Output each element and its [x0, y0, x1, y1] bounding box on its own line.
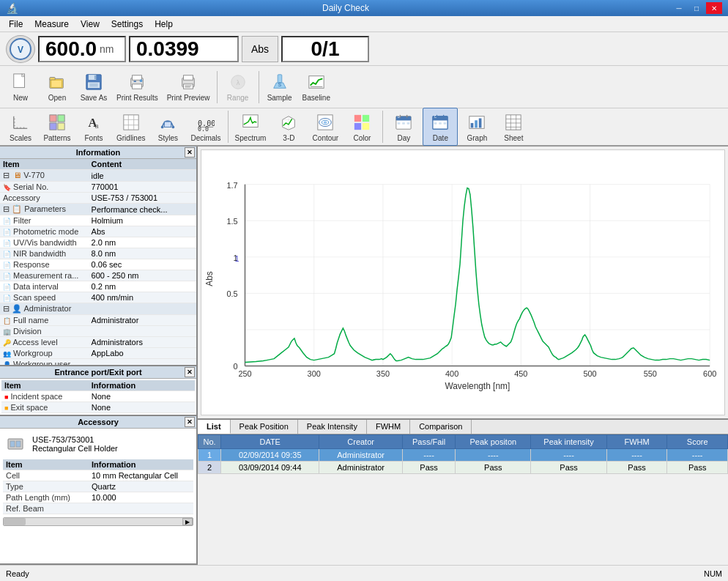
separator4 — [382, 111, 383, 143]
table-row: 📄 NIR bandwidth 8.0 nm — [0, 248, 196, 259]
svg-text:400: 400 — [445, 369, 458, 378]
table-row[interactable]: ⊟ 👤 Administrator — [0, 303, 196, 315]
row2-pass-fail: Pass — [402, 462, 455, 474]
entrance-title: Entrance port/Exit port — [54, 368, 141, 377]
contour-button[interactable]: Contour — [308, 108, 343, 146]
entrance-close-button[interactable]: ✕ — [185, 367, 195, 377]
item-cell: Cell — [3, 470, 89, 481]
logo: V — [6, 35, 35, 63]
menu-help[interactable]: Help — [149, 18, 179, 31]
information-title: Information — [76, 148, 121, 157]
scales-button[interactable]: Scales — [3, 108, 38, 146]
close-button[interactable]: ✕ — [706, 2, 722, 14]
svg-rect-6 — [50, 78, 55, 81]
menu-settings[interactable]: Settings — [105, 18, 149, 31]
item-cell: Ref. Beam — [3, 503, 89, 514]
table-row[interactable]: ⊟ 🖥 V-770 idle — [0, 170, 196, 182]
gridlines-button[interactable]: Gridlines — [113, 108, 149, 146]
info-close-button[interactable]: ✕ — [185, 147, 195, 158]
title-bar: 🔬 Daily Check ─ □ ✕ — [0, 0, 728, 16]
svg-rect-94 — [201, 170, 724, 395]
status-bar: Ready NUM — [0, 565, 728, 581]
print-results-button[interactable]: Print Results — [113, 68, 162, 106]
sample-button[interactable]: S Sample — [262, 68, 297, 106]
day-button[interactable]: D Day — [386, 108, 421, 146]
wavelength-unit: nm — [100, 43, 114, 55]
styles-button[interactable]: Styles — [150, 108, 185, 146]
menu-view[interactable]: View — [75, 18, 105, 31]
graph-icon — [467, 112, 487, 133]
separator2 — [259, 71, 259, 103]
svg-rect-65 — [396, 119, 411, 120]
window-controls: ─ □ ✕ — [671, 2, 722, 14]
entrance-section: Entrance port/Exit port ✕ Item Informati… — [0, 366, 196, 416]
item-cell: ⊟ 📋 Parameters — [0, 204, 89, 215]
print-results-icon — [127, 72, 147, 92]
item-cell: ■ Exit space — [1, 402, 89, 413]
app-title: Daily Check — [21, 3, 671, 13]
menu-measure[interactable]: Measure — [29, 18, 75, 31]
color-button[interactable]: Color — [344, 108, 379, 146]
mode-label: Abs — [242, 36, 278, 62]
open-button[interactable]: Open — [40, 68, 75, 106]
main-area: Information ✕ Item Content — [0, 147, 728, 565]
minimize-button[interactable]: ─ — [671, 2, 687, 14]
table-row[interactable]: 2 03/09/2014 09:44 Administrator Pass Pa… — [198, 462, 728, 474]
accessory-close-button[interactable]: ✕ — [185, 417, 195, 427]
graph-area: 1.7 1.5 1 0.5 0 250 300 350 400 450 500 … — [201, 149, 725, 415]
scrollbar-thumb[interactable] — [4, 518, 26, 525]
table-row: ■ Incident space None — [1, 391, 195, 402]
baseline-button[interactable]: Baseline — [299, 68, 334, 106]
table-row[interactable]: ⊟ 📋 Parameters Performance check... — [0, 204, 196, 215]
range-icon: λ — [228, 72, 248, 92]
graph-label: Graph — [467, 134, 487, 142]
tab-list[interactable]: List — [198, 420, 231, 434]
patterns-label: Patterns — [43, 134, 70, 142]
information-content[interactable]: Item Content ⊟ 🖥 V-770 — [0, 159, 196, 365]
tab-fwhm[interactable]: FWHM — [367, 420, 410, 434]
row1-peak-pos: ---- — [456, 449, 531, 462]
scroll-right-button[interactable]: ▶ — [182, 518, 193, 525]
decimals-button[interactable]: 0.00 0.0 Decimals — [187, 108, 224, 146]
date-button[interactable]: C Date — [423, 108, 458, 146]
save-as-button[interactable]: Save As — [76, 68, 111, 106]
patterns-button[interactable]: Patterns — [40, 108, 75, 146]
table-row: 📄 Photometric mode Abs — [0, 226, 196, 237]
item-cell: 📄 NIR bandwidth — [0, 248, 89, 259]
svg-rect-21 — [185, 86, 192, 86]
svg-rect-61 — [354, 122, 361, 129]
3d-button[interactable]: 3-D — [271, 108, 306, 146]
table-content[interactable]: No. DATE Creator Pass/Fail Peak positon … — [198, 434, 728, 565]
new-button[interactable]: New — [3, 68, 38, 106]
content-cell: AppLabo — [89, 348, 196, 359]
sheet-button[interactable]: Sheet — [496, 108, 531, 146]
scroll-area[interactable]: ▶ — [3, 516, 193, 528]
table-row[interactable]: 1 02/09/2014 09:35 Administrator ---- --… — [198, 449, 728, 462]
tab-comparison[interactable]: Comparison — [410, 420, 472, 434]
spectrum-button[interactable]: Spectrum — [231, 108, 270, 146]
item-cell: 📄 Measurement ra... — [0, 270, 89, 281]
row1-fwhm: ---- — [606, 449, 667, 462]
table-row: 📄 Scan speed 400 nm/min — [0, 292, 196, 303]
svg-rect-39 — [50, 122, 56, 129]
svg-text:600: 600 — [703, 369, 716, 378]
baseline-label: Baseline — [302, 94, 330, 102]
separator1 — [217, 71, 218, 103]
graph-button[interactable]: Graph — [459, 108, 494, 146]
table-row: Cell 10 mm Rectangular Cell — [3, 470, 193, 481]
tab-peak-intensity[interactable]: Peak Intensity — [298, 420, 367, 434]
menu-file[interactable]: File — [3, 18, 29, 31]
table-row: 📄 Response 0.06 sec — [0, 259, 196, 270]
decimals-label: Decimals — [190, 134, 220, 142]
print-preview-button[interactable]: Print Preview — [163, 68, 214, 106]
svg-rect-25 — [278, 75, 282, 83]
maximize-button[interactable]: □ — [688, 2, 705, 14]
svg-text:a: a — [95, 121, 99, 130]
scrollbar[interactable]: ▶ — [3, 517, 193, 526]
fonts-button[interactable]: A a Fonts — [76, 108, 111, 146]
tab-peak-position[interactable]: Peak Position — [231, 420, 298, 434]
content-cell: Administrator — [89, 315, 196, 326]
svg-rect-62 — [363, 122, 369, 129]
content-cell: Abs — [89, 226, 196, 237]
toolbar1: New Open Save As — [0, 66, 728, 108]
